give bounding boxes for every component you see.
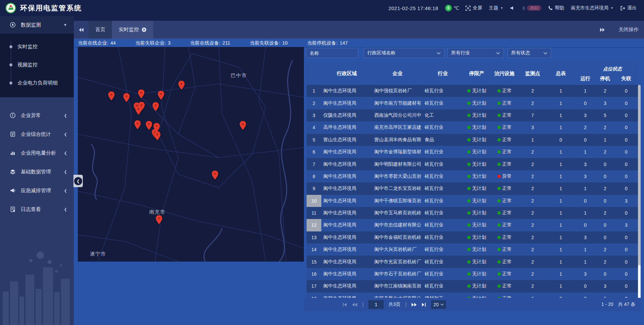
org-menu[interactable]: 南充市生态环境局 ▼ (571, 5, 613, 11)
close-icon[interactable] (142, 27, 147, 32)
row-index: 7 (307, 158, 321, 170)
row-facility-status: 正常 (490, 109, 519, 121)
table-row[interactable]: 8 阆中生态环境局 阆中市枣碧大梁山页岩 砖瓦行业 无计划 异常 2 1 3 0… (307, 170, 638, 182)
theme-menu[interactable]: 主题 ▼ (489, 5, 503, 11)
row-points: 2 (519, 85, 547, 97)
table-scrollbar[interactable] (638, 85, 641, 299)
row-facility-status: 正常 (490, 85, 519, 97)
mute-button[interactable] (510, 6, 515, 10)
sidebar-item-power-load-detail[interactable]: 企业电力负荷明细 (0, 74, 74, 92)
row-facility-status: 正常 (490, 134, 519, 146)
status-dot (497, 187, 501, 190)
row-index: 1 (307, 85, 321, 97)
name-input[interactable] (310, 50, 355, 56)
status-dot (467, 211, 471, 215)
table-row[interactable]: 12 阆中生态环境局 阆中市忠信建材有限公 砖瓦行业 无计划 正常 2 1 0 … (307, 219, 638, 231)
table-row[interactable]: 14 阆中生态环境局 阆中大兴页岩机砖厂 砖瓦行业 无计划 正常 2 1 1 2… (307, 243, 638, 256)
map-pin-icon[interactable] (156, 215, 162, 224)
map-pin-icon[interactable] (178, 81, 185, 90)
tabs-scroll-left-button[interactable] (74, 21, 89, 39)
chevron-left-icon: ❮ (74, 177, 82, 185)
sidebar-item-log-view[interactable]: 日志查看 ❮ (0, 200, 74, 219)
sidebar-item-realtime-monitoring[interactable]: 实时监控 (0, 38, 74, 56)
map-pin-icon[interactable] (134, 120, 141, 129)
row-industry: 化工 (423, 109, 463, 121)
map-pin-icon[interactable] (135, 106, 142, 115)
sidebar-collapse-button[interactable]: ❮ (73, 175, 83, 187)
column-header-region: 行政区域 (321, 62, 372, 85)
table-row[interactable]: 17 阆中生态环境局 阆中市江南镇阆南页岩 砖瓦行业 无计划 正常 2 1 0 … (307, 280, 638, 292)
log-file-icon (9, 206, 16, 212)
map-pin-icon[interactable] (152, 102, 159, 111)
tabs-scroll-right-button[interactable] (595, 28, 610, 32)
table-row[interactable]: 4 高坪生态环境局 南充市高坪区王家店建 砖瓦行业 无计划 正常 3 1 2 2… (307, 121, 638, 133)
row-run: 1 (575, 182, 596, 195)
table-row[interactable]: 11 阆中生态环境局 阆中市五马桥页岩机砖 砖瓦行业 无计划 正常 2 1 1 … (307, 207, 638, 219)
table-row[interactable]: 13 阆中生态环境局 阆中市金福旺页岩机砖 砖瓦行业 无计划 正常 2 1 3 … (307, 231, 638, 243)
fullscreen-button[interactable]: 全屏 (466, 5, 482, 11)
help-button[interactable]: 帮助 (548, 5, 564, 11)
logout-button[interactable]: 退出 (620, 5, 637, 11)
table-body: 1 阆中生态环境局 阆中强锐页岩砖厂 砖瓦行业 无计划 正常 2 1 1 2 0… (307, 85, 638, 299)
stat-value: 44 (110, 40, 116, 46)
row-lost: 0 (614, 158, 638, 170)
layers-icon (9, 169, 16, 175)
name-search-input[interactable] (306, 48, 358, 58)
map-pin-icon[interactable] (158, 91, 164, 100)
row-stop: 0 (596, 268, 614, 280)
row-run: 1 (575, 146, 596, 158)
sidebar-item-base-data[interactable]: 基础数据管理 ❮ (0, 162, 74, 181)
tab-home[interactable]: 首页 (89, 21, 112, 39)
map-pin-icon[interactable] (212, 171, 218, 180)
last-page-button[interactable] (422, 303, 426, 307)
scrollbar-thumb[interactable] (638, 265, 641, 299)
table-row[interactable]: 2 阆中生态环境局 阆中市南方节能建材有 砖瓦行业 无计划 正常 2 1 0 3… (307, 97, 638, 109)
table-row[interactable]: 15 阆中生态环境局 阆中市光富页岩机砖厂 砖瓦行业 无计划 正常 2 1 1 … (307, 256, 638, 268)
page-size-select[interactable]: 20 (431, 300, 446, 309)
sidebar-item-data-monitoring[interactable]: 数据监测 ▼ (0, 16, 74, 34)
chevron-down-icon (437, 52, 441, 54)
map-pin-icon[interactable] (123, 93, 130, 102)
table-row[interactable]: 9 阆中生态环境局 阆中市二龙长宝页岩砖 砖瓦行业 无计划 正常 2 1 1 2… (307, 182, 638, 195)
table-row[interactable]: 7 阆中生态环境局 阆中明阳建材有限公司 砖瓦行业 无计划 正常 2 1 3 0… (307, 158, 638, 170)
map-panel[interactable]: 巴中市南充市遂宁市 (78, 47, 304, 262)
map-pin-icon[interactable] (138, 90, 145, 99)
row-company: 阆中市光富页岩机砖厂 (372, 256, 423, 268)
row-limit-status: 无计划 (463, 170, 490, 182)
sidebar-item-emergency-reduction[interactable]: 应急减排管理 ❮ (0, 181, 74, 200)
table-row[interactable]: 10 阆中生态环境局 阆中千佛镇五郎垭页岩 砖瓦行业 无计划 正常 2 1 0 … (307, 195, 638, 207)
table-row[interactable]: 6 阆中生态环境局 阆中市金博瑞新型墙材 砖瓦行业 无计划 正常 2 1 1 2… (307, 146, 638, 158)
map-pin-icon[interactable] (108, 92, 115, 101)
row-limit-status: 无计划 (463, 256, 490, 268)
sidebar-item-power-analysis[interactable]: 企业用电量分析 ❮ (0, 144, 74, 162)
table-row[interactable]: 5 营山生态环境局 营山县润丰肉食品有限 食品 无计划 正常 1 0 0 1 0 (307, 134, 638, 146)
sidebar-item-company-abnormal[interactable]: 企业异常 ❮ (0, 106, 74, 125)
row-region: 仪陇生态环境局 (321, 109, 372, 121)
row-limit-status: 无计划 (463, 146, 490, 158)
alert-circle-icon (9, 112, 16, 118)
chevron-down-icon: ▼ (63, 23, 67, 27)
map-pin-icon[interactable] (154, 131, 161, 141)
page-number-input[interactable]: 1 (368, 300, 384, 309)
notifications-button[interactable]: 2632 (521, 5, 541, 11)
sidebar-item-video-monitoring[interactable]: 视频监控 (0, 56, 74, 74)
map-pin-icon[interactable] (146, 121, 152, 130)
tab-realtime-monitoring[interactable]: 实时监控 (112, 21, 153, 39)
previous-page-button[interactable] (352, 303, 358, 307)
total-pages-label: 共3页 (388, 302, 400, 308)
industry-select[interactable]: 所有行业 (447, 48, 504, 58)
row-index: 5 (307, 134, 321, 146)
next-page-button[interactable] (411, 303, 417, 307)
table-row[interactable]: 1 阆中生态环境局 阆中强锐页岩砖厂 砖瓦行业 无计划 正常 2 1 1 2 0 (307, 85, 638, 97)
status-select[interactable]: 所有状态 (507, 48, 551, 58)
row-points: 1 (519, 134, 547, 146)
row-meter: 1 (547, 170, 575, 182)
sidebar-item-company-statistics[interactable]: 企业综合统计 ❮ (0, 125, 74, 144)
map-pin-icon[interactable] (239, 121, 246, 130)
close-operations-menu[interactable]: 关闭操作 (619, 26, 639, 33)
table-row[interactable]: 3 仪陇生态环境局 西南油气田分公司川中 化工 无计划 正常 7 1 3 5 0 (307, 109, 638, 121)
region-select[interactable]: 行政区域名称 (364, 48, 444, 58)
first-page-button[interactable] (342, 303, 347, 307)
row-points: 2 (519, 268, 547, 280)
table-row[interactable]: 16 阆中生态环境局 阆中市石子页岩机砖厂 砖瓦行业 无计划 正常 2 1 3 … (307, 268, 638, 280)
